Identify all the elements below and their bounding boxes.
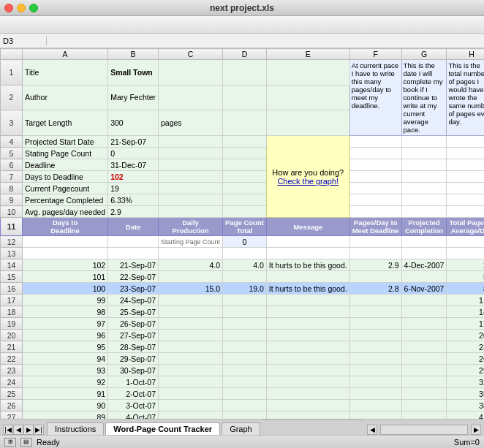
table-row: 27 89 4-Oct-07 41.2 <box>1 411 485 419</box>
table-row: 17 99 24-Sep-07 11.8 <box>1 295 485 306</box>
table-row: 21 95 28-Sep-07 23.5 <box>1 341 485 353</box>
table-row: 20 96 27-Sep-07 20.6 <box>1 330 485 341</box>
table-row: 7 Days to Deadline 102 <box>1 171 485 183</box>
tabs-bar: |◀ ◀ ▶ ▶| Instructions Word-Page Count T… <box>0 419 484 435</box>
tab-nav-last[interactable]: ▶| <box>34 425 44 435</box>
table-row: 11 Days toDeadline Date DailyProduction … <box>1 218 485 236</box>
col-header-d[interactable]: D <box>223 49 267 60</box>
minimize-button[interactable] <box>17 4 26 12</box>
table-row: 9 Percentage Completed 6.33% <box>1 194 485 206</box>
table-row: 4 Projected Start Date 21-Sep-07 How are… <box>1 136 485 148</box>
formula-bar: D3 <box>0 34 484 48</box>
table-row: 8 Current Pagecount 19 <box>1 183 485 194</box>
col-header-g[interactable]: G <box>401 49 447 60</box>
tab-graph[interactable]: Graph <box>222 422 260 435</box>
table-row: 15 101 22-Sep-07 5.9 <box>1 271 485 283</box>
table-row: 1 Title Small Town At current pace I hav… <box>1 60 485 86</box>
close-button[interactable] <box>4 4 13 12</box>
tab-instructions[interactable]: Instructions <box>47 422 104 435</box>
table-row: 14 102 21-Sep-07 4.0 4.0 It hurts to be … <box>1 259 485 271</box>
table-row: 23 93 30-Sep-07 29.4 <box>1 365 485 376</box>
cell-reference[interactable]: D3 <box>3 37 47 45</box>
view-page-icon[interactable]: ▤ <box>20 438 32 447</box>
table-row: 10 Avg. pages/day needed 2.9 <box>1 206 485 218</box>
col-header-e[interactable]: E <box>266 49 349 60</box>
table-row: 6 Deadline 31-Dec-07 <box>1 159 485 171</box>
col-header-corner <box>1 49 23 60</box>
h-scroll-left[interactable]: ◀ <box>367 425 377 435</box>
h-scroll-right[interactable]: ▶ <box>471 425 481 435</box>
maximize-button[interactable] <box>29 4 38 12</box>
tab-nav-next[interactable]: ▶ <box>23 425 34 435</box>
check-graph-link[interactable]: Check the graph! <box>277 177 339 186</box>
spreadsheet-container[interactable]: A B C D E F G H I 1 Title Small Town At … <box>0 48 484 419</box>
table-row: 24 92 1-Oct-07 32.4 <box>1 376 485 388</box>
tab-word-page-count-tracker[interactable]: Word-Page Count Tracker <box>105 422 220 435</box>
table-row: 16 100 23-Sep-07 15.0 19.0 It hurts to b… <box>1 283 485 295</box>
col-header-c[interactable]: C <box>159 49 223 60</box>
col-header-h[interactable]: H <box>447 49 484 60</box>
table-row: 25 91 2-Oct-07 35.3 <box>1 388 485 400</box>
sum-display: Sum=0 <box>454 438 480 447</box>
window-title: next project.xls <box>210 3 274 13</box>
view-normal-icon[interactable]: ⊞ <box>4 438 16 447</box>
how-doing-box: How are you doing? Check the graph! <box>269 168 347 186</box>
toolbar <box>0 16 484 34</box>
table-row: 5 Stating Page Count 0 <box>1 148 485 159</box>
table-row: 19 97 26-Sep-07 17.6 <box>1 318 485 330</box>
tab-nav-prev[interactable]: ◀ <box>13 425 23 435</box>
col-header-a[interactable]: A <box>23 49 108 60</box>
tab-nav-first[interactable]: |◀ <box>3 425 13 435</box>
col-header-f[interactable]: F <box>349 49 401 60</box>
h-scrollbar[interactable] <box>380 425 468 435</box>
title-bar: next project.xls <box>0 0 484 16</box>
status-bar: ⊞ ▤ Ready Sum=0 <box>0 435 484 448</box>
table-row: 26 90 3-Oct-07 38.2 <box>1 400 485 411</box>
col-header-b[interactable]: B <box>108 49 159 60</box>
table-row: 22 94 29-Sep-07 26.5 <box>1 353 485 365</box>
table-row: 18 98 25-Sep-07 14.7 <box>1 306 485 318</box>
table-row: 13 <box>1 248 485 259</box>
status-text: Ready <box>37 438 60 447</box>
table-row: 12 Starting Page Count 0 <box>1 236 485 248</box>
